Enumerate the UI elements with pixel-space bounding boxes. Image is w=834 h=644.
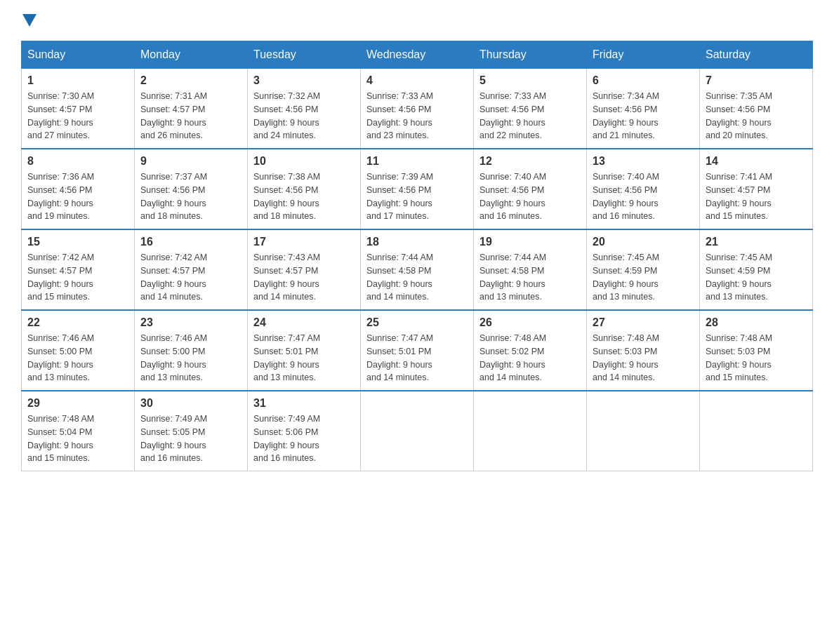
calendar-week-row: 8Sunrise: 7:36 AMSunset: 4:56 PMDaylight…	[22, 149, 813, 229]
day-number: 22	[27, 316, 128, 329]
calendar-cell: 3Sunrise: 7:32 AMSunset: 4:56 PMDaylight…	[248, 69, 361, 149]
calendar-cell: 13Sunrise: 7:40 AMSunset: 4:56 PMDayligh…	[587, 149, 700, 229]
calendar-cell: 12Sunrise: 7:40 AMSunset: 4:56 PMDayligh…	[474, 149, 587, 229]
calendar-table: SundayMondayTuesdayWednesdayThursdayFrid…	[21, 41, 813, 471]
calendar-cell: 22Sunrise: 7:46 AMSunset: 5:00 PMDayligh…	[22, 310, 135, 391]
calendar-cell: 18Sunrise: 7:44 AMSunset: 4:58 PMDayligh…	[361, 229, 474, 310]
day-info: Sunrise: 7:45 AMSunset: 4:59 PMDaylight:…	[706, 251, 807, 304]
calendar-cell	[474, 391, 587, 471]
calendar-cell: 9Sunrise: 7:37 AMSunset: 4:56 PMDaylight…	[135, 149, 248, 229]
calendar-cell: 27Sunrise: 7:48 AMSunset: 5:03 PMDayligh…	[587, 310, 700, 391]
calendar-cell: 5Sunrise: 7:33 AMSunset: 4:56 PMDaylight…	[474, 69, 587, 149]
day-info: Sunrise: 7:40 AMSunset: 4:56 PMDaylight:…	[593, 170, 694, 223]
day-info: Sunrise: 7:33 AMSunset: 4:56 PMDaylight:…	[479, 90, 581, 142]
day-number: 23	[140, 316, 241, 329]
calendar-cell: 17Sunrise: 7:43 AMSunset: 4:57 PMDayligh…	[248, 229, 361, 310]
day-number: 30	[140, 397, 241, 410]
day-number: 20	[593, 236, 694, 248]
day-info: Sunrise: 7:40 AMSunset: 4:56 PMDaylight:…	[479, 170, 581, 223]
day-info: Sunrise: 7:34 AMSunset: 4:56 PMDaylight:…	[593, 90, 694, 142]
day-number: 7	[706, 74, 807, 87]
day-number: 11	[366, 155, 468, 168]
day-number: 6	[593, 74, 694, 87]
calendar-cell	[587, 391, 700, 471]
day-number: 18	[366, 236, 468, 248]
day-number: 28	[706, 316, 807, 329]
calendar-cell: 24Sunrise: 7:47 AMSunset: 5:01 PMDayligh…	[248, 310, 361, 391]
calendar-cell: 15Sunrise: 7:42 AMSunset: 4:57 PMDayligh…	[22, 229, 135, 310]
calendar-header-wednesday: Wednesday	[361, 41, 474, 69]
day-number: 16	[140, 236, 241, 248]
day-number: 8	[27, 155, 128, 168]
day-number: 5	[479, 74, 581, 87]
day-number: 26	[479, 316, 581, 329]
day-info: Sunrise: 7:35 AMSunset: 4:56 PMDaylight:…	[706, 90, 807, 142]
day-number: 15	[27, 236, 128, 248]
calendar-week-row: 15Sunrise: 7:42 AMSunset: 4:57 PMDayligh…	[22, 229, 813, 310]
day-info: Sunrise: 7:30 AMSunset: 4:57 PMDaylight:…	[27, 90, 128, 142]
day-info: Sunrise: 7:41 AMSunset: 4:57 PMDaylight:…	[706, 170, 807, 223]
calendar-cell: 8Sunrise: 7:36 AMSunset: 4:56 PMDaylight…	[22, 149, 135, 229]
day-number: 31	[253, 397, 355, 410]
day-number: 3	[253, 74, 355, 87]
calendar-week-row: 22Sunrise: 7:46 AMSunset: 5:00 PMDayligh…	[22, 310, 813, 391]
day-info: Sunrise: 7:46 AMSunset: 5:00 PMDaylight:…	[27, 332, 128, 384]
day-info: Sunrise: 7:48 AMSunset: 5:03 PMDaylight:…	[593, 332, 694, 384]
calendar-week-row: 29Sunrise: 7:48 AMSunset: 5:04 PMDayligh…	[22, 391, 813, 471]
calendar-cell: 28Sunrise: 7:48 AMSunset: 5:03 PMDayligh…	[700, 310, 813, 391]
day-info: Sunrise: 7:42 AMSunset: 4:57 PMDaylight:…	[27, 251, 128, 304]
day-number: 12	[479, 155, 581, 168]
day-info: Sunrise: 7:48 AMSunset: 5:04 PMDaylight:…	[27, 412, 128, 465]
calendar-cell: 26Sunrise: 7:48 AMSunset: 5:02 PMDayligh…	[474, 310, 587, 391]
day-info: Sunrise: 7:45 AMSunset: 4:59 PMDaylight:…	[593, 251, 694, 304]
day-info: Sunrise: 7:47 AMSunset: 5:01 PMDaylight:…	[366, 332, 468, 384]
day-info: Sunrise: 7:47 AMSunset: 5:01 PMDaylight:…	[253, 332, 355, 384]
day-number: 25	[366, 316, 468, 329]
calendar-header-monday: Monday	[135, 41, 248, 69]
day-info: Sunrise: 7:43 AMSunset: 4:57 PMDaylight:…	[253, 251, 355, 304]
calendar-cell: 16Sunrise: 7:42 AMSunset: 4:57 PMDayligh…	[135, 229, 248, 310]
day-number: 9	[140, 155, 241, 168]
day-info: Sunrise: 7:38 AMSunset: 4:56 PMDaylight:…	[253, 170, 355, 223]
day-number: 14	[706, 155, 807, 168]
calendar-week-row: 1Sunrise: 7:30 AMSunset: 4:57 PMDaylight…	[22, 69, 813, 149]
day-number: 29	[27, 397, 128, 410]
calendar-cell: 14Sunrise: 7:41 AMSunset: 4:57 PMDayligh…	[700, 149, 813, 229]
day-info: Sunrise: 7:48 AMSunset: 5:03 PMDaylight:…	[706, 332, 807, 384]
day-number: 13	[593, 155, 694, 168]
day-info: Sunrise: 7:48 AMSunset: 5:02 PMDaylight:…	[479, 332, 581, 384]
calendar-header-sunday: Sunday	[22, 41, 135, 69]
calendar-cell: 29Sunrise: 7:48 AMSunset: 5:04 PMDayligh…	[22, 391, 135, 471]
day-number: 1	[27, 74, 128, 87]
calendar-cell: 6Sunrise: 7:34 AMSunset: 4:56 PMDaylight…	[587, 69, 700, 149]
day-info: Sunrise: 7:42 AMSunset: 4:57 PMDaylight:…	[140, 251, 241, 304]
calendar-cell: 7Sunrise: 7:35 AMSunset: 4:56 PMDaylight…	[700, 69, 813, 149]
logo	[21, 14, 37, 27]
calendar-cell: 10Sunrise: 7:38 AMSunset: 4:56 PMDayligh…	[248, 149, 361, 229]
day-info: Sunrise: 7:31 AMSunset: 4:57 PMDaylight:…	[140, 90, 241, 142]
calendar-cell: 20Sunrise: 7:45 AMSunset: 4:59 PMDayligh…	[587, 229, 700, 310]
calendar-header-row: SundayMondayTuesdayWednesdayThursdayFrid…	[22, 41, 813, 69]
calendar-cell: 23Sunrise: 7:46 AMSunset: 5:00 PMDayligh…	[135, 310, 248, 391]
calendar-cell: 31Sunrise: 7:49 AMSunset: 5:06 PMDayligh…	[248, 391, 361, 471]
calendar-cell	[361, 391, 474, 471]
day-number: 21	[706, 236, 807, 248]
page-header	[21, 14, 813, 27]
day-info: Sunrise: 7:36 AMSunset: 4:56 PMDaylight:…	[27, 170, 128, 223]
calendar-cell	[700, 391, 813, 471]
calendar-cell: 11Sunrise: 7:39 AMSunset: 4:56 PMDayligh…	[361, 149, 474, 229]
day-info: Sunrise: 7:32 AMSunset: 4:56 PMDaylight:…	[253, 90, 355, 142]
day-info: Sunrise: 7:39 AMSunset: 4:56 PMDaylight:…	[366, 170, 468, 223]
day-number: 24	[253, 316, 355, 329]
day-info: Sunrise: 7:49 AMSunset: 5:05 PMDaylight:…	[140, 412, 241, 465]
calendar-header-saturday: Saturday	[700, 41, 813, 69]
calendar-cell: 2Sunrise: 7:31 AMSunset: 4:57 PMDaylight…	[135, 69, 248, 149]
day-info: Sunrise: 7:37 AMSunset: 4:56 PMDaylight:…	[140, 170, 241, 223]
day-info: Sunrise: 7:46 AMSunset: 5:00 PMDaylight:…	[140, 332, 241, 384]
calendar-header-tuesday: Tuesday	[248, 41, 361, 69]
day-number: 4	[366, 74, 468, 87]
day-number: 27	[593, 316, 694, 329]
calendar-cell: 21Sunrise: 7:45 AMSunset: 4:59 PMDayligh…	[700, 229, 813, 310]
day-info: Sunrise: 7:33 AMSunset: 4:56 PMDaylight:…	[366, 90, 468, 142]
logo-triangle-icon	[22, 14, 37, 27]
